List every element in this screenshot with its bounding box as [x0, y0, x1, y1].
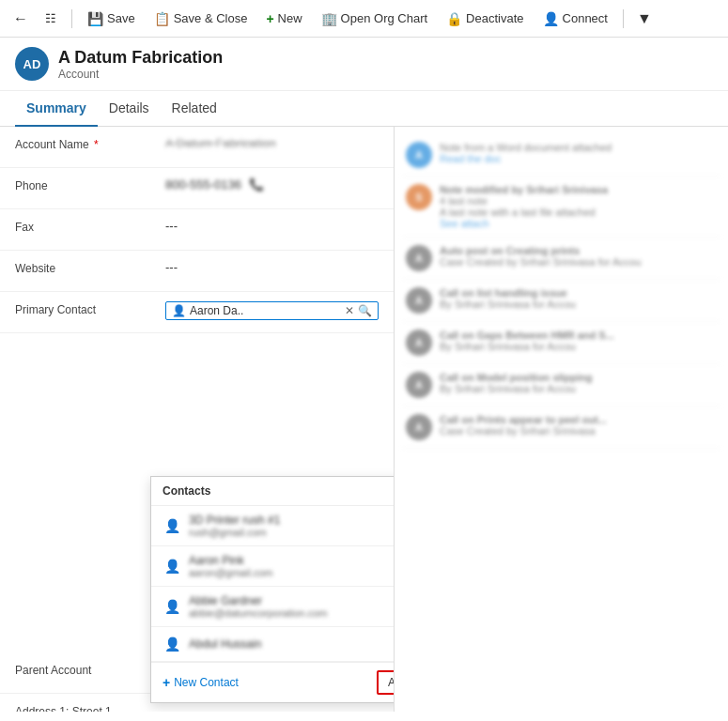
save-label: Save — [107, 11, 135, 25]
list-icon: ☷ — [45, 11, 56, 25]
contact-item[interactable]: 👤 Abdul Hussain ⌄ — [151, 627, 395, 662]
activity-item-1: S Note modified by Srihari Srinivasa 4 l… — [402, 176, 720, 238]
contact-dropdown: Contacts Recent records 👤 3D Printer rus… — [150, 476, 395, 703]
tab-details[interactable]: Details — [98, 91, 161, 127]
save-close-button[interactable]: 📋 Save & Close — [147, 8, 256, 30]
connect-icon: 👤 — [543, 11, 559, 26]
new-icon: + — [266, 11, 273, 26]
separator — [71, 9, 72, 28]
activity-avatar-5: A — [406, 372, 432, 398]
contacts-list: 👤 3D Printer rush #1 rush@gmail.com ⌄ 👤 … — [151, 506, 395, 662]
back-button[interactable]: ← — [8, 7, 34, 31]
connect-button[interactable]: 👤 Connect — [535, 8, 615, 30]
field-fax: Fax --- — [0, 209, 394, 251]
deactivate-button[interactable]: 🔒 Deactivate — [439, 8, 531, 30]
save-icon: 💾 — [87, 11, 103, 26]
tab-bar: Summary Details Related — [0, 91, 728, 127]
deactivate-icon: 🔒 — [446, 11, 462, 26]
open-org-chart-button[interactable]: 🏢 Open Org Chart — [314, 8, 436, 30]
contact-icon-1: 👤 — [163, 557, 181, 575]
avatar: AD — [15, 47, 49, 81]
website-value: --- — [165, 260, 379, 274]
plus-icon: + — [163, 675, 170, 690]
primary-contact-lookup[interactable]: 👤 Aaron Da.. ✕ 🔍 — [165, 301, 379, 320]
contact-icon-3: 👤 — [163, 635, 181, 653]
dropdown-footer: + New Contact Advanced lookup — [151, 662, 395, 702]
activity-item-5: A Call on Model position slippingBy Srih… — [402, 364, 720, 407]
new-contact-label: New Contact — [174, 676, 239, 689]
new-button[interactable]: + New — [258, 8, 309, 30]
contact-info-1: Aaron Pink aaron@gmail.com — [189, 554, 395, 578]
fax-value: --- — [165, 219, 379, 233]
contact-icon-2: 👤 — [163, 597, 181, 616]
tab-related[interactable]: Related — [161, 91, 228, 127]
activity-text-4: Call on Gaps Between HMR and S...By Srih… — [440, 330, 614, 356]
new-contact-button[interactable]: + New Contact — [163, 675, 239, 690]
record-title: A Datum Fabrication — [58, 48, 223, 68]
contacts-label: Contacts — [163, 484, 210, 498]
contact-item[interactable]: 👤 3D Printer rush #1 rush@gmail.com ⌄ — [151, 506, 395, 546]
activity-item-0: A Note from a Word document attachedRead… — [402, 134, 720, 176]
phone-icon: 📞 — [249, 177, 264, 192]
contact-lookup-icon: 👤 — [172, 304, 186, 317]
activity-item-6: A Call on Prints appear to peel out...Ca… — [402, 407, 720, 449]
activity-text-0: Note from a Word document attachedRead t… — [440, 142, 612, 168]
account-name-value: A Datum Fabrication — [165, 136, 379, 150]
activity-avatar-3: A — [406, 287, 432, 314]
field-primary-contact: Primary Contact 👤 Aaron Da.. ✕ 🔍 — [0, 292, 394, 333]
activity-item-2: A Auto post on Creating printsCase Creat… — [402, 238, 720, 280]
dropdown-header: Contacts Recent records — [151, 477, 395, 506]
search-contact-button[interactable]: 🔍 — [358, 304, 372, 317]
record-info: A Datum Fabrication Account — [58, 48, 223, 81]
separator2 — [623, 9, 624, 28]
contact-lookup-text: Aaron Da.. — [190, 304, 341, 317]
field-account-name: Account Name * A Datum Fabrication — [0, 127, 394, 168]
deactivate-label: Deactivate — [466, 11, 523, 25]
record-header: AD A Datum Fabrication Account — [0, 38, 728, 91]
activity-avatar-6: A — [406, 414, 432, 440]
save-close-label: Save & Close — [174, 11, 248, 25]
new-label: New — [278, 11, 302, 25]
activity-avatar-2: A — [406, 245, 432, 271]
activity-text-1: Note modified by Srihari Srinivasa 4 las… — [440, 184, 608, 229]
activity-avatar-0: A — [406, 142, 432, 168]
contact-info-0: 3D Printer rush #1 rush@gmail.com — [189, 514, 395, 538]
clear-contact-button[interactable]: ✕ — [345, 304, 354, 317]
phone-value: 800-555-0136 📞 — [165, 177, 379, 192]
contact-icon-0: 👤 — [163, 516, 181, 535]
tab-summary[interactable]: Summary — [15, 91, 98, 127]
contact-info-3: Abdul Hussain — [189, 637, 395, 651]
save-button[interactable]: 💾 Save — [80, 8, 143, 30]
activity-text-5: Call on Model position slippingBy Srihar… — [440, 372, 593, 398]
save-close-icon: 📋 — [154, 11, 170, 26]
field-phone: Phone 800-555-0136 📞 — [0, 168, 394, 209]
field-website: Website --- — [0, 251, 394, 292]
right-panel: A Note from a Word document attachedRead… — [395, 127, 728, 712]
activity-text-2: Auto post on Creating printsCase Created… — [440, 245, 642, 271]
org-chart-icon: 🏢 — [321, 11, 337, 26]
connect-label: Connect — [563, 11, 608, 25]
main-content: Account Name * A Datum Fabrication Phone… — [0, 127, 728, 712]
toolbar: ← ☷ 💾 Save 📋 Save & Close + New 🏢 Open O… — [0, 0, 728, 38]
record-subtitle: Account — [58, 68, 223, 81]
activity-avatar-4: A — [406, 330, 432, 356]
page-icon-button[interactable]: ☷ — [38, 8, 64, 29]
contact-item[interactable]: 👤 Abbie Gardner abbie@datumcorporation.c… — [151, 587, 395, 627]
activity-avatar-1: S — [406, 184, 432, 210]
activity-item-4: A Call on Gaps Between HMR and S...By Sr… — [402, 322, 720, 364]
contact-info-2: Abbie Gardner abbie@datumcorporation.com — [189, 594, 395, 619]
advanced-lookup-button[interactable]: Advanced lookup — [377, 670, 395, 695]
open-org-chart-label: Open Org Chart — [341, 11, 428, 25]
more-options-button[interactable]: ▼ — [631, 7, 658, 31]
activity-item-3: A Call on list handling issueBy Srihari … — [402, 280, 720, 322]
activity-text-6: Call on Prints appear to peel out...Case… — [440, 414, 607, 440]
activity-text-3: Call on list handling issueBy Srihari Sr… — [440, 287, 576, 314]
contact-item[interactable]: 👤 Aaron Pink aaron@gmail.com ⌄ — [151, 546, 395, 587]
left-panel: Account Name * A Datum Fabrication Phone… — [0, 127, 395, 712]
